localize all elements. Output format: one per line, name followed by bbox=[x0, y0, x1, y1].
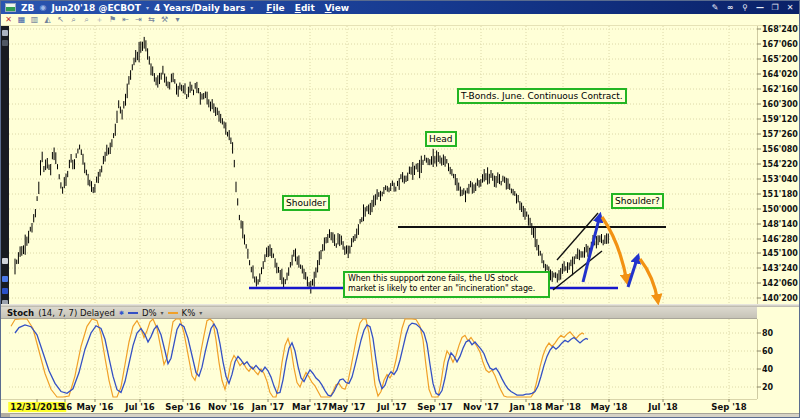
menu-view[interactable]: View bbox=[325, 3, 349, 13]
date-axis[interactable]: 12/31/2015'16May '16Jul '16Sep '16Nov '1… bbox=[1, 399, 757, 414]
annotate-pencil-icon[interactable]: ✎ bbox=[710, 3, 720, 12]
stoch-params: (14, 7, 7) Delayed bbox=[38, 308, 115, 318]
chart-window: ZB ◉ Jun20'18 @ECBOT ▾ 4 Years/Daily bar… bbox=[0, 0, 800, 418]
stoch-delayed-marker-icon: ✱ bbox=[119, 309, 124, 316]
price-axis-label: 145'100 bbox=[762, 249, 798, 258]
price-axis-label: 140'200 bbox=[762, 294, 798, 303]
stoch-k-label[interactable]: K% bbox=[182, 308, 196, 318]
axis-ticks bbox=[37, 29, 761, 402]
link-charts-icon[interactable]: ∞ bbox=[725, 3, 735, 12]
side-buy-marker-icon[interactable] bbox=[2, 276, 8, 282]
crosshair-icon[interactable]: ＋ bbox=[95, 15, 104, 25]
contract-label[interactable]: T-Bonds. June. Continuous Contract. bbox=[457, 88, 627, 104]
step-back-icon[interactable]: ⇤ bbox=[121, 15, 130, 25]
menu-file[interactable]: File bbox=[266, 3, 284, 13]
chart-settings-icon[interactable]: ⚒ bbox=[160, 15, 169, 25]
projection-up-arrow-2[interactable] bbox=[628, 256, 638, 287]
side-sell-marker-icon[interactable] bbox=[2, 288, 8, 294]
timeframe-title[interactable]: 4 Years/Daily bars bbox=[154, 3, 245, 13]
price-axis-label: 142'060 bbox=[762, 279, 798, 288]
price-axis-label: 164'020 bbox=[762, 70, 798, 79]
side-pointer-tool-icon[interactable] bbox=[2, 40, 8, 46]
stoch-k-line bbox=[11, 319, 584, 397]
price-axis-label: 167'060 bbox=[762, 40, 798, 49]
date-axis-label: May '18 bbox=[591, 402, 628, 412]
zoom-out-icon[interactable]: ⌕ bbox=[82, 15, 91, 25]
date-axis-label: May '17 bbox=[329, 402, 366, 412]
main-toolbar: ✕▦▥◭↖⌕⌕＋⚑⇤⇥⇆⚒▾ bbox=[1, 14, 799, 26]
price-axis-label: 153'040 bbox=[762, 175, 798, 184]
chevron-down-icon[interactable]: ▾ bbox=[199, 309, 202, 316]
stoch-axis-label: 40 bbox=[762, 365, 773, 374]
minimize-icon[interactable]: — bbox=[755, 3, 765, 12]
more-tools-icon[interactable]: ▾ bbox=[173, 15, 182, 25]
date-axis-label: Jul '18 bbox=[648, 402, 678, 412]
price-axis[interactable]: 168'240167'060165'200164'020162'160160'3… bbox=[757, 26, 800, 304]
menu-bar: FileEditView bbox=[266, 3, 349, 13]
date-axis-label: Nov '16 bbox=[208, 402, 244, 412]
chart-window-icon[interactable]: ▦ bbox=[17, 15, 26, 25]
date-axis-label: Nov '17 bbox=[463, 402, 499, 412]
feed-status-icon: ◉ bbox=[39, 3, 46, 12]
pan-chart-icon[interactable]: ⇆ bbox=[147, 15, 156, 25]
price-axis-label: 150'000 bbox=[762, 205, 798, 214]
projection-down-arrow-1[interactable] bbox=[602, 217, 627, 282]
gridlines bbox=[9, 26, 757, 398]
price-axis-label: 151'180 bbox=[762, 190, 798, 199]
window-controls: ✎∞⚲—❐✕ bbox=[710, 3, 795, 12]
menu-edit[interactable]: Edit bbox=[295, 3, 315, 13]
support-note[interactable]: When this suppport zone fails, the US st… bbox=[343, 271, 550, 298]
date-axis-label: Mar '18 bbox=[545, 402, 581, 412]
price-axis-label: 168'240 bbox=[762, 25, 798, 34]
head-label[interactable]: Head bbox=[425, 131, 457, 147]
cursor-tool-icon[interactable]: ↖ bbox=[56, 15, 65, 25]
bar-chart-icon[interactable]: ▥ bbox=[30, 15, 39, 25]
date-axis-label: Sep '16 bbox=[165, 402, 200, 412]
side-collapse-handle-icon[interactable] bbox=[2, 30, 8, 36]
app-chart-icon bbox=[5, 3, 16, 12]
stoch-axis-label: 80 bbox=[762, 329, 773, 338]
stoch-header: Stoch (14, 7, 7) Delayed ✱ D% ▾ K% ▾ bbox=[1, 307, 757, 319]
stoch-indicator-name[interactable]: Stoch bbox=[7, 308, 34, 318]
chevron-down-icon[interactable]: ▾ bbox=[250, 4, 253, 11]
date-axis-label: Jul '17 bbox=[377, 402, 407, 412]
symbol-label[interactable]: ZB bbox=[21, 3, 34, 13]
chart-annotations: T-Bonds. June. Continuous Contract.Shoul… bbox=[1, 1, 800, 418]
chevron-down-icon[interactable]: ▾ bbox=[146, 4, 149, 11]
contract-title[interactable]: Jun20'18 @ECBOT bbox=[51, 3, 141, 13]
price-axis-label: 143'240 bbox=[762, 264, 798, 273]
wedge-lower-line[interactable] bbox=[553, 251, 602, 290]
price-axis-label: 162'160 bbox=[762, 85, 798, 94]
notes-flag-icon[interactable]: ⚑ bbox=[108, 15, 117, 25]
bottom-strip bbox=[1, 413, 799, 418]
close-chart-icon[interactable]: ✕ bbox=[4, 15, 13, 25]
stoch-axis-label: 60 bbox=[762, 347, 773, 356]
date-axis-label: Mar '17 bbox=[292, 402, 328, 412]
price-axis-label: 157'260 bbox=[762, 130, 798, 139]
close-icon[interactable]: ✕ bbox=[785, 3, 795, 12]
chart-canvas[interactable] bbox=[1, 1, 800, 418]
shoulder-right-label[interactable]: Shoulder? bbox=[611, 193, 664, 209]
projection-up-arrow-1[interactable] bbox=[583, 215, 600, 282]
maximize-icon[interactable]: ❐ bbox=[770, 3, 780, 12]
chevron-down-icon[interactable]: ▾ bbox=[161, 309, 164, 316]
stoch-d-swatch-icon bbox=[128, 312, 138, 314]
stoch-axis: 80604020 bbox=[757, 319, 800, 399]
price-axis-label: 148'140 bbox=[762, 220, 798, 229]
step-forward-icon[interactable]: ⇥ bbox=[134, 15, 143, 25]
zoom-in-icon[interactable]: ⌕ bbox=[69, 15, 78, 25]
projection-down-arrow-2[interactable] bbox=[640, 259, 658, 302]
wedge-upper-line[interactable] bbox=[557, 213, 598, 260]
area-chart-icon[interactable]: ◭ bbox=[43, 15, 52, 25]
date-axis-label: Sep '18 bbox=[711, 402, 746, 412]
side-note-tool-icon[interactable] bbox=[2, 258, 8, 264]
side-toolbar[interactable] bbox=[1, 26, 9, 304]
shoulder-left-label[interactable]: Shoulder bbox=[282, 195, 330, 211]
date-axis-label: Jul '16 bbox=[125, 402, 155, 412]
date-axis-label: Jan '18 bbox=[510, 402, 542, 412]
stoch-d-label[interactable]: D% bbox=[142, 308, 157, 318]
pin-window-icon[interactable]: ⚲ bbox=[740, 3, 750, 12]
stoch-d-line bbox=[15, 323, 588, 396]
title-bar[interactable]: ZB ◉ Jun20'18 @ECBOT ▾ 4 Years/Daily bar… bbox=[1, 1, 799, 14]
price-axis-label: 165'200 bbox=[762, 55, 798, 64]
